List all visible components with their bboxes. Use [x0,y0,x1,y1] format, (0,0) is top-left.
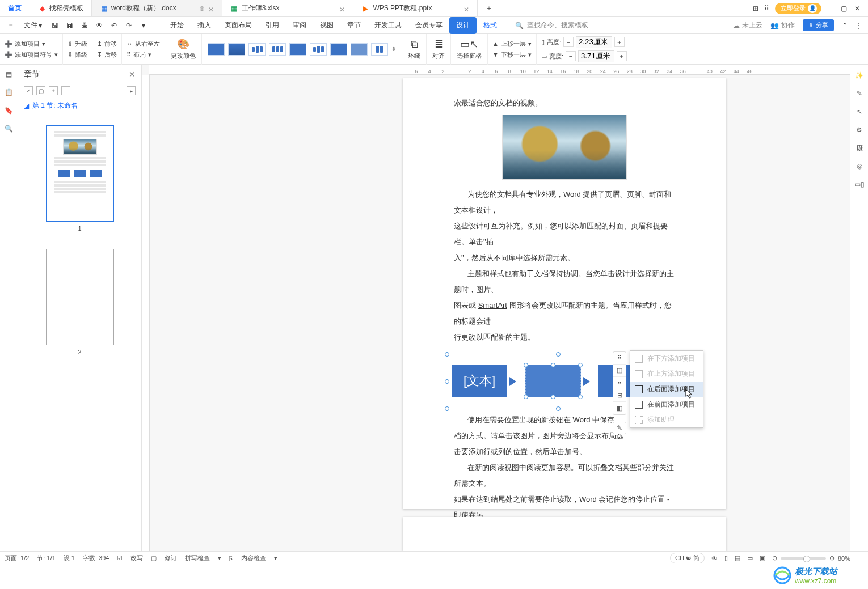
style-gallery[interactable]: ⇳ [202,34,402,65]
search-left-icon[interactable]: 🔍 [5,125,13,133]
ctx-add-below[interactable]: 在下方添加项目 [630,351,703,366]
zoom-out-icon[interactable]: ⊖ [772,554,777,562]
ai-icon[interactable]: ✨ [855,71,863,79]
add-symbol-button[interactable]: ➕添加项目符号 ▾ [5,50,58,59]
smartart-block-2-selected[interactable] [525,365,581,397]
more-icon[interactable]: ⋮ [856,22,862,29]
print-icon[interactable]: 🖶 [79,20,90,31]
view-read-icon[interactable]: ▣ [760,554,765,562]
ctx-add-assistant[interactable]: 添加助理 [630,412,703,427]
view-eye-icon[interactable]: 👁 [711,555,718,562]
login-button[interactable]: 立即登录👤 [775,3,821,14]
bring-forward-button[interactable]: ▲上移一层 ▾ [492,40,532,48]
tool-item[interactable]: ◫ [613,365,626,377]
gallery-more-icon[interactable]: ⇳ [391,46,396,52]
clipboard-icon[interactable]: 📋 [5,88,13,96]
change-color-button[interactable]: 🎨 更改颜色 [165,34,202,65]
menu-start[interactable]: 开始 [163,17,191,34]
fullscreen-icon[interactable]: ⛶ [857,555,863,562]
style-cell[interactable] [330,43,347,56]
status-page[interactable]: 页面: 1/2 [5,554,29,562]
style-cell[interactable] [371,43,388,56]
menu-page-layout[interactable]: 页面布局 [218,17,259,34]
outline-icon[interactable]: ▤ [6,70,12,78]
maximize-icon[interactable]: ▢ [841,5,849,12]
align-button[interactable]: ≣对齐 [427,34,451,65]
close-panel-icon[interactable]: ✕ [129,70,136,79]
rtl-button[interactable]: ↔从右至左 [127,40,160,48]
menu-review[interactable]: 审阅 [286,17,313,34]
preview-icon[interactable]: 👁 [94,20,104,31]
menu-devtools[interactable]: 开发工具 [368,17,408,34]
menu-references[interactable]: 引用 [259,17,286,34]
status-track[interactable]: 修订 [165,554,177,562]
menu-format[interactable]: 格式 [477,17,504,34]
minimize-icon[interactable]: ― [827,5,835,12]
tool-expand[interactable]: ▸ [127,86,136,95]
demote-button[interactable]: ⇩降级 [68,50,87,59]
close-icon[interactable]: ✕ [464,6,469,11]
tab-new[interactable]: ＋ [478,0,500,16]
status-track-icon[interactable]: ▢ [151,554,157,562]
style-cell[interactable] [289,43,306,56]
zoom-slider[interactable] [781,557,826,560]
document-page-1[interactable]: 索最适合您的文档的视频。 为使您的文档具有专业外观，Word 提供了页眉、页脚、… [403,78,726,509]
tool-add[interactable]: ＋ [49,86,58,95]
menu-chapter[interactable]: 章节 [340,17,368,34]
image-icon[interactable]: 🖼 [856,144,863,152]
qat-more-icon[interactable]: ▾ [138,20,149,31]
bookmark-icon[interactable]: 🔖 [5,107,13,115]
width-minus[interactable]: − [566,51,576,61]
zoom-control[interactable]: ⊖ ⊕ 80% [772,554,850,562]
section-item[interactable]: ◢ 第 1 节: 未命名 [18,98,141,114]
ctx-add-above[interactable]: 在上方添加项目 [630,366,703,382]
document-page-2[interactable] [403,517,726,551]
add-item-button[interactable]: ➕添加项目 ▾ [5,40,58,48]
tab-word-doc[interactable]: ▦ word教程（新）.docx ⊕ ✕ [92,0,222,16]
tool-item[interactable]: ⠿ [613,352,626,365]
height-input[interactable] [576,36,612,48]
save-as-icon[interactable]: 🖬 [65,20,75,31]
close-icon[interactable]: ✕ [339,6,345,11]
command-search[interactable]: 🔍 查找命令、搜索模板 [515,20,588,30]
status-words[interactable]: 字数: 394 [83,554,109,562]
grid-icon[interactable]: ⊞ [753,5,759,12]
width-input[interactable] [578,50,614,62]
close-window-icon[interactable]: ✕ [854,5,862,12]
height-plus[interactable]: ＋ [614,37,625,47]
selection-pane-button[interactable]: ▭↖选择窗格 [451,34,488,65]
tool-1[interactable]: ✓ [24,86,33,95]
expand-ribbon-icon[interactable]: ⌃ [842,22,848,29]
height-minus[interactable]: − [563,37,574,47]
undo-icon[interactable]: ↶ [109,20,119,31]
tab-templates[interactable]: ◆ 找稻壳模板 [30,0,92,16]
status-contentcheck-icon[interactable]: ⎘ [229,555,233,562]
move-forward-button[interactable]: ↥前移 [97,40,117,48]
ime-badge[interactable]: CH ☯ 简 [670,553,705,563]
style-cell[interactable] [208,43,225,56]
view-web-icon[interactable]: ▭ [747,554,753,562]
status-spell-icon[interactable]: ☑ [117,554,123,562]
tool-remove[interactable]: − [61,86,70,95]
redo-icon[interactable]: ↷ [124,20,134,31]
style-cell[interactable] [351,43,368,56]
menu-icon[interactable]: ≡ [6,20,16,31]
style-cell[interactable] [269,43,286,56]
layout-button[interactable]: ⠿布局 ▾ [127,50,160,59]
page-thumbnail-2[interactable] [46,249,114,345]
view-page-icon[interactable]: ▯ [724,554,728,562]
collab-button[interactable]: 👥协作 [770,20,795,30]
menu-view[interactable]: 视图 [313,17,340,34]
close-icon[interactable]: ✕ [208,6,214,11]
smartart-block-1[interactable]: [文本] [452,365,507,397]
edit-pencil-icon[interactable]: ✎ [613,422,626,434]
ctx-add-before[interactable]: 在前面添加项目 [630,397,703,412]
pen-icon[interactable]: ✎ [857,90,862,98]
apps-icon[interactable]: ⠿ [764,5,769,12]
location-icon[interactable]: ◎ [857,162,862,170]
send-backward-button[interactable]: ▼下移一层 ▾ [492,50,532,59]
style-cell[interactable] [228,43,245,56]
menu-vip[interactable]: 会员专享 [408,17,449,34]
width-plus[interactable]: ＋ [617,51,627,61]
status-set[interactable]: 设 1 [64,554,75,562]
